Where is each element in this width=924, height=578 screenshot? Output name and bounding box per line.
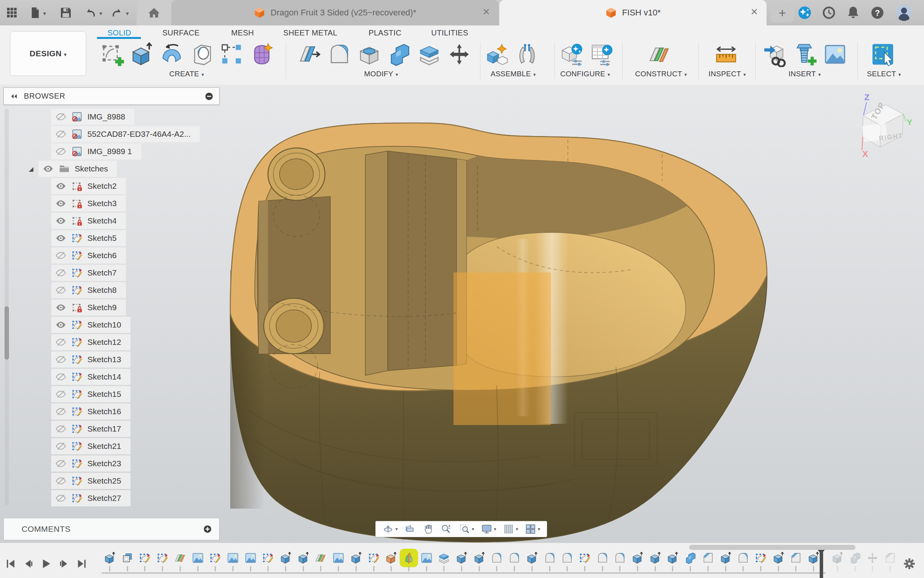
visibility-hidden-icon[interactable]	[55, 111, 67, 123]
visibility-hidden-icon[interactable]	[55, 146, 67, 157]
browser-item-sketch25[interactable]: Sketch25	[51, 473, 131, 489]
zoom-window-tool[interactable]: ▾	[459, 523, 474, 535]
timeline-feature-extrude[interactable]	[473, 551, 486, 565]
timeline-feature-split[interactable]	[402, 551, 415, 565]
timeline-scrollbar[interactable]	[689, 545, 855, 550]
timeline-feature-sketch[interactable]	[367, 551, 380, 565]
browser-panel-header[interactable]: BROWSER	[3, 87, 219, 105]
timeline-feature-canvas[interactable]	[191, 551, 204, 565]
insert-group-dropdown[interactable]: INSERT▾	[786, 69, 823, 79]
browser-item-sketches[interactable]: Sketches	[38, 161, 117, 177]
timeline-feature-slab[interactable]	[437, 551, 450, 565]
timeline-feature-fillet[interactable]	[490, 551, 503, 565]
visibility-hidden-icon[interactable]	[55, 354, 67, 365]
modify-group-dropdown[interactable]: MODIFY▾	[362, 69, 401, 79]
timeline-feature-fillet[interactable]	[613, 551, 626, 565]
browser-item-sketch2[interactable]: Sketch2	[51, 178, 126, 194]
tab-mesh[interactable]: MESH	[229, 27, 256, 39]
expander-icon[interactable]	[26, 165, 35, 174]
redo-caret-icon[interactable]: ▾	[126, 10, 129, 17]
browser-item-img-8989-1[interactable]: IMG_8989 1	[51, 143, 141, 160]
pan-tool[interactable]	[422, 523, 434, 535]
document-tab-dragon-fruit[interactable]: Dragon Fruit 3 Sided (v25~recovered)* ✕	[171, 0, 499, 25]
timeline-feature-canvas[interactable]	[244, 551, 257, 565]
visibility-visible-icon[interactable]	[55, 319, 67, 331]
viewports-tool[interactable]: ▾	[525, 523, 540, 535]
timeline-feature-extrude[interactable]	[649, 551, 662, 565]
previous-step-button[interactable]	[22, 557, 35, 571]
timeline-feature-sketch[interactable]	[578, 551, 591, 565]
file-caret-icon[interactable]: ▾	[43, 10, 46, 17]
configure-group-dropdown[interactable]: CONFIGURE▾	[558, 69, 613, 79]
visibility-visible-icon[interactable]	[55, 180, 67, 192]
browser-item-sketch23[interactable]: Sketch23	[51, 455, 131, 472]
create-group-dropdown[interactable]: CREATE▾	[167, 69, 206, 79]
browser-item-sketch13[interactable]: Sketch13	[51, 351, 131, 368]
timeline-feature-sketch[interactable]	[754, 551, 767, 565]
browser-item-sketch6[interactable]: Sketch6	[51, 247, 126, 264]
combine-button[interactable]	[386, 41, 413, 68]
browser-item-sketch16[interactable]: Sketch16	[51, 403, 131, 420]
tab-plastic[interactable]: PLASTIC	[366, 27, 403, 39]
visibility-visible-icon[interactable]	[55, 198, 67, 209]
new-component-button[interactable]	[484, 41, 511, 68]
close-tab-icon[interactable]: ✕	[750, 7, 758, 17]
add-comment-icon[interactable]	[202, 524, 213, 534]
workspace-selector[interactable]: DESIGN▾	[10, 31, 86, 76]
fillet-button[interactable]	[326, 41, 353, 68]
file-menu-icon[interactable]	[28, 5, 42, 20]
timeline-feature-chamfer-future[interactable]	[884, 551, 897, 565]
hole-button[interactable]	[188, 41, 215, 68]
tab-surface[interactable]: SURFACE	[160, 27, 202, 39]
visibility-hidden-icon[interactable]	[55, 406, 67, 417]
browser-item-sketch3[interactable]: Sketch3	[51, 195, 126, 212]
timeline-feature-extrude[interactable]	[719, 551, 732, 565]
timeline-feature-extrude[interactable]	[526, 551, 539, 565]
visibility-hidden-icon[interactable]	[55, 267, 67, 279]
browser-item-sketch17[interactable]: Sketch17	[51, 421, 131, 437]
visibility-hidden-icon[interactable]	[55, 128, 67, 140]
timeline-feature-sketch[interactable]	[261, 551, 275, 565]
timeline-feature-sketch[interactable]	[209, 551, 222, 565]
notifications-icon[interactable]	[845, 4, 862, 21]
visibility-hidden-icon[interactable]	[55, 250, 67, 261]
tab-sheet-metal[interactable]: SHEET METAL	[281, 27, 340, 39]
timeline-feature-extrude[interactable]	[103, 551, 116, 565]
browser-item-sketch5[interactable]: Sketch5	[51, 230, 126, 246]
visibility-hidden-icon[interactable]	[55, 336, 67, 348]
timeline-feature-canvas[interactable]	[420, 551, 433, 565]
browser-item-sketch9[interactable]: Sketch9	[51, 299, 126, 316]
visibility-hidden-icon[interactable]	[55, 492, 67, 504]
timeline-feature-fillet[interactable]	[543, 551, 556, 565]
grid-display-tool[interactable]: ▾	[503, 523, 518, 535]
construct-group-dropdown[interactable]: CONSTRUCT▾	[633, 69, 690, 79]
app-grid-icon[interactable]	[5, 5, 19, 20]
timeline-feature-extrude[interactable]	[455, 551, 468, 565]
timeline-feature-plane[interactable]	[314, 551, 327, 565]
home-icon[interactable]	[137, 0, 171, 25]
timeline-feature-canvas[interactable]	[226, 551, 239, 565]
comments-panel[interactable]: COMMENTS	[3, 518, 219, 540]
go-to-beginning-button[interactable]	[4, 557, 18, 571]
measure-button[interactable]	[713, 41, 740, 68]
scrollbar-thumb[interactable]	[5, 306, 9, 360]
browser-item-sketch12[interactable]: Sketch12	[51, 334, 131, 350]
view-cube[interactable]: TOP RIGHT Z Y X	[841, 91, 922, 166]
press-pull-button[interactable]	[296, 41, 323, 68]
move-copy-button[interactable]	[446, 41, 473, 68]
timeline-feature-extrude[interactable]	[631, 551, 644, 565]
remove-panel-icon[interactable]	[204, 91, 214, 102]
timeline-ruler[interactable]	[102, 572, 825, 574]
select-button[interactable]	[869, 41, 896, 68]
browser-scrollbar[interactable]	[5, 109, 9, 506]
timeline-settings-gear-icon[interactable]	[902, 557, 916, 571]
revolve-button[interactable]	[158, 41, 185, 68]
timeline-feature-chamfer[interactable]	[789, 551, 802, 565]
insert-derive-button[interactable]	[762, 41, 788, 68]
browser-item-sketch10[interactable]: Sketch10	[51, 317, 131, 333]
document-tab-fish[interactable]: FISH v10* ✕	[499, 0, 767, 25]
timeline-feature-fillet[interactable]	[561, 551, 574, 565]
timeline-feature-extrude[interactable]	[279, 551, 292, 565]
display-settings-tool[interactable]: ▾	[481, 523, 496, 535]
create-form-button[interactable]	[248, 41, 275, 68]
